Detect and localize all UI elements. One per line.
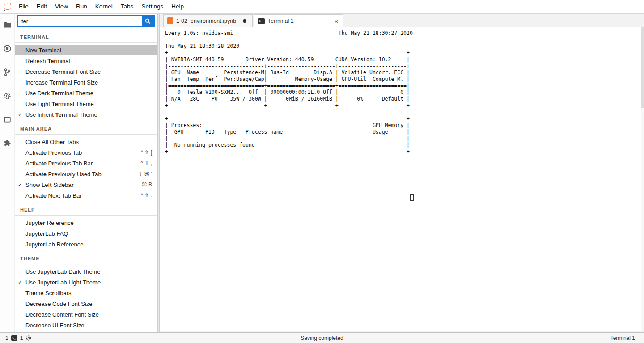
left-sidebar-iconstrip (0, 14, 15, 332)
terminal-icon: >_ (11, 335, 17, 341)
palette-item-label: Use Light Terminal Theme (25, 101, 152, 107)
palette-item-label: Use Inherit Terminal Theme (25, 111, 152, 118)
palette-item-label: Activate Next Tab Bar (25, 192, 137, 199)
status-message: Saving completed (0, 335, 644, 341)
command-palette: TERMINALNew TerminalRefresh TerminalDecr… (15, 14, 157, 332)
palette-item-label: Activate Previous Tab (25, 149, 137, 156)
git-icon[interactable] (3, 68, 12, 76)
palette-item-label: Use Dark Terminal Theme (25, 90, 152, 97)
palette-item[interactable]: Use Dark Terminal Theme (15, 88, 157, 98)
palette-item-label: JupyterLab FAQ (25, 230, 152, 237)
palette-item[interactable]: Decrease Code Font Size (15, 298, 157, 309)
palette-item[interactable]: ✓Use Inherit Terminal Theme (15, 109, 157, 120)
menu-item-help[interactable]: Help (167, 0, 188, 13)
jupyter-logo (0, 2, 15, 12)
scrollbar[interactable] (641, 27, 644, 331)
palette-item-label: Close All Other Tabs (25, 139, 152, 145)
menu-items: FileEditViewRunKernelTabsSettingsHelp (15, 0, 188, 13)
palette-item[interactable]: Decrease Terminal Font Size (15, 66, 157, 77)
status-context: Terminal 1 (610, 335, 638, 341)
palette-item[interactable]: Theme Scrollbars (15, 288, 157, 298)
palette-item[interactable]: Decrease Content Font Size (15, 309, 157, 320)
menu-item-view[interactable]: View (51, 0, 72, 13)
jupyter-logo-icon (3, 2, 13, 12)
palette-item-label: Jupyter Reference (25, 220, 152, 226)
palette-item[interactable]: Activate Previous Tab Bar^ ⇧ , (15, 158, 157, 169)
scrollbar-thumb[interactable] (641, 27, 644, 108)
kernel-count[interactable]: 1 (20, 335, 23, 341)
palette-item[interactable]: Activate Previously Used Tab⇧ ⌘ ' (15, 169, 157, 179)
menu-item-file[interactable]: File (15, 0, 33, 13)
terminal-output: Every 1.0s: nvidia-smi Thu May 21 18:30:… (160, 27, 644, 155)
search-button[interactable] (142, 16, 154, 26)
palette-item-label: Decrease Code Font Size (25, 301, 152, 307)
palette-item-label: Refresh Terminal (25, 58, 152, 64)
palette-item[interactable]: Activate Next Tab Bar^ ⇧ . (15, 190, 157, 201)
tab-label: 1-02_environment.ipynb (173, 18, 241, 24)
settings-gears-icon[interactable] (3, 91, 12, 100)
close-tab-icon[interactable]: × (333, 17, 339, 25)
palette-item[interactable]: ✓Use JupyterLab Light Theme (15, 277, 157, 288)
menu-item-settings[interactable]: Settings (137, 0, 167, 13)
tab-terminal[interactable]: >_Terminal 1× (254, 14, 343, 27)
palette-search (17, 15, 155, 27)
palette-item[interactable]: Refresh Terminal (15, 55, 157, 66)
dirty-indicator (243, 19, 246, 23)
checkmark-icon: ✓ (18, 182, 22, 188)
palette-item-label: Use JupyterLab Dark Theme (25, 268, 152, 275)
palette-item-label: Activate Previous Tab Bar (25, 160, 137, 167)
tab-label: Terminal 1 (265, 18, 333, 24)
palette-list: TERMINALNew TerminalRefresh TerminalDecr… (15, 28, 157, 332)
file-browser-icon[interactable] (3, 20, 12, 29)
palette-section-header: THEME (15, 250, 157, 264)
palette-item-label: New Terminal (25, 47, 152, 54)
palette-item-label: Activate Previously Used Tab (25, 171, 135, 178)
palette-item-shortcut: ^ ⇧ [ (140, 149, 152, 156)
palette-item-label: Use JupyterLab Light Theme (25, 279, 152, 286)
palette-item-label: Increase Terminal Font Size (25, 79, 152, 86)
palette-item-label: Decrease UI Font Size (25, 322, 152, 329)
palette-item[interactable]: Activate Previous Tab^ ⇧ [ (15, 147, 157, 158)
palette-item-label: Show Left Sidebar (25, 182, 138, 188)
running-sessions-icon[interactable] (3, 44, 12, 53)
palette-item-shortcut: ^ ⇧ , (140, 160, 152, 166)
terminal-panel[interactable]: Every 1.0s: nvidia-smi Thu May 21 18:30:… (160, 27, 644, 331)
running-sessions-status[interactable]: 1 >_ 1 (5, 335, 32, 341)
status-bar: 1 >_ 1 Saving completed Terminal 1 (0, 332, 644, 343)
terminal-icon: >_ (258, 18, 265, 24)
palette-section-header: TERMINAL (15, 28, 157, 43)
checkmark-icon: ✓ (18, 111, 22, 118)
extension-manager-icon[interactable] (3, 139, 12, 148)
menu-item-run[interactable]: Run (72, 0, 91, 13)
palette-item[interactable]: Jupyter Reference (15, 217, 157, 228)
palette-item-label: JupyterLab Reference (25, 241, 152, 248)
terminal-count[interactable]: 1 (5, 335, 8, 341)
jupyterlab-app: FileEditViewRunKernelTabsSettingsHelp (0, 0, 644, 343)
palette-item[interactable]: JupyterLab FAQ (15, 228, 157, 239)
menu-item-tabs[interactable]: Tabs (117, 0, 138, 13)
palette-item[interactable]: Decrease UI Font Size (15, 320, 157, 330)
palette-section-header: MAIN AREA (15, 120, 157, 135)
open-tabs-icon[interactable] (3, 115, 12, 124)
checkmark-icon: ✓ (18, 279, 22, 285)
search-icon (144, 18, 151, 25)
palette-search-input[interactable] (18, 16, 142, 26)
palette-item[interactable]: New Terminal (15, 45, 157, 55)
tab-bar: 1-02_environment.ipynb>_Terminal 1× (160, 14, 644, 27)
notebook-icon (167, 17, 173, 24)
palette-item[interactable]: Increase Terminal Font Size (15, 77, 157, 88)
terminal-cursor (410, 194, 414, 201)
palette-item[interactable]: Close All Other Tabs (15, 136, 157, 147)
palette-item-shortcut: ⌘ B (142, 182, 152, 188)
tab-notebook[interactable]: 1-02_environment.ipynb (163, 14, 253, 27)
palette-item[interactable]: Use JupyterLab Dark Theme (15, 266, 157, 277)
palette-item[interactable]: JupyterLab Reference (15, 239, 157, 250)
menu-item-kernel[interactable]: Kernel (91, 0, 117, 13)
menubar: FileEditViewRunKernelTabsSettingsHelp (0, 0, 644, 14)
palette-item-label: Theme Scrollbars (25, 290, 152, 296)
palette-item[interactable]: ✓Show Left Sidebar⌘ B (15, 179, 157, 190)
palette-item-label: Decrease Content Font Size (25, 311, 152, 318)
palette-item[interactable]: Use Light Terminal Theme (15, 98, 157, 109)
main-dock-panel: 1-02_environment.ipynb>_Terminal 1× Ever… (160, 14, 644, 332)
menu-item-edit[interactable]: Edit (33, 0, 51, 13)
